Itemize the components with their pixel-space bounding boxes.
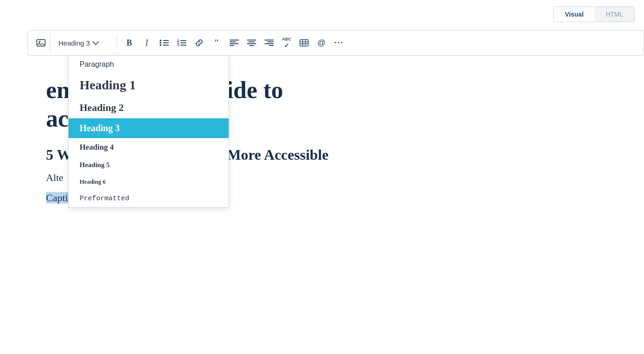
dropdown-item-h6[interactable]: Heading 6 — [69, 174, 229, 190]
svg-rect-15 — [230, 41, 236, 42]
editor-toolbar: Heading 3 B I 1. 2. 3. — [28, 30, 644, 56]
svg-rect-19 — [248, 41, 255, 42]
svg-rect-3 — [163, 40, 169, 41]
italic-button[interactable]: I — [138, 35, 155, 51]
dropdown-item-h3[interactable]: Heading 3 — [69, 118, 229, 138]
svg-rect-17 — [230, 45, 234, 46]
svg-rect-14 — [230, 40, 239, 41]
heading-selector-value: Heading 3 — [58, 39, 90, 47]
alt-prefix: Alte — [46, 172, 63, 183]
align-center-button[interactable] — [243, 35, 260, 51]
align-right-button[interactable] — [261, 35, 277, 51]
svg-rect-11 — [180, 42, 186, 43]
dropdown-item-h2[interactable]: Heading 2 — [69, 97, 229, 118]
heading-selector[interactable]: Heading 3 — [53, 36, 117, 50]
dropdown-item-h1[interactable]: Heading 1 — [69, 73, 229, 97]
svg-rect-18 — [247, 40, 256, 41]
svg-rect-26 — [300, 40, 308, 46]
view-tabs: Visual HTML — [553, 6, 635, 22]
body-prefix: 5 W — [46, 146, 71, 163]
svg-rect-24 — [264, 43, 274, 44]
bold-button[interactable]: B — [121, 35, 138, 51]
svg-rect-25 — [269, 45, 274, 46]
svg-rect-23 — [267, 41, 274, 42]
spell-check-button[interactable]: ABC ✓ — [278, 35, 295, 51]
dropdown-item-h5[interactable]: Heading 5 — [69, 157, 229, 174]
tab-visual[interactable]: Visual — [554, 7, 595, 22]
dropdown-item-h4[interactable]: Heading 4 — [69, 138, 229, 157]
svg-point-2 — [160, 40, 161, 41]
heading-dropdown: Paragraph Heading 1 Heading 2 Heading 3 … — [68, 56, 229, 208]
mention-button[interactable]: @ — [313, 35, 330, 51]
dropdown-item-paragraph[interactable]: Paragraph — [69, 56, 229, 73]
link-button[interactable] — [191, 35, 207, 51]
dropdown-item-preformatted[interactable]: Preformatted — [69, 190, 229, 207]
svg-rect-21 — [249, 45, 254, 46]
svg-rect-20 — [247, 43, 256, 44]
svg-point-6 — [160, 44, 161, 46]
media-button[interactable] — [32, 34, 50, 52]
svg-rect-22 — [264, 40, 274, 41]
chevron-down-icon — [92, 39, 99, 45]
svg-point-1 — [39, 41, 40, 43]
svg-rect-13 — [180, 45, 186, 46]
svg-rect-9 — [180, 40, 186, 41]
more-options-button[interactable]: ··· — [331, 35, 347, 51]
svg-text:3.: 3. — [177, 43, 180, 46]
blockquote-button[interactable]: " — [208, 35, 225, 51]
table-button[interactable] — [296, 35, 312, 51]
ordered-list-button[interactable]: 1. 2. 3. — [173, 35, 190, 51]
unordered-list-button[interactable] — [156, 35, 172, 51]
svg-rect-7 — [163, 45, 169, 46]
align-left-button[interactable] — [226, 35, 242, 51]
svg-rect-5 — [163, 42, 169, 43]
tab-html[interactable]: HTML — [595, 7, 634, 22]
svg-point-4 — [160, 42, 161, 44]
svg-rect-16 — [230, 43, 239, 44]
